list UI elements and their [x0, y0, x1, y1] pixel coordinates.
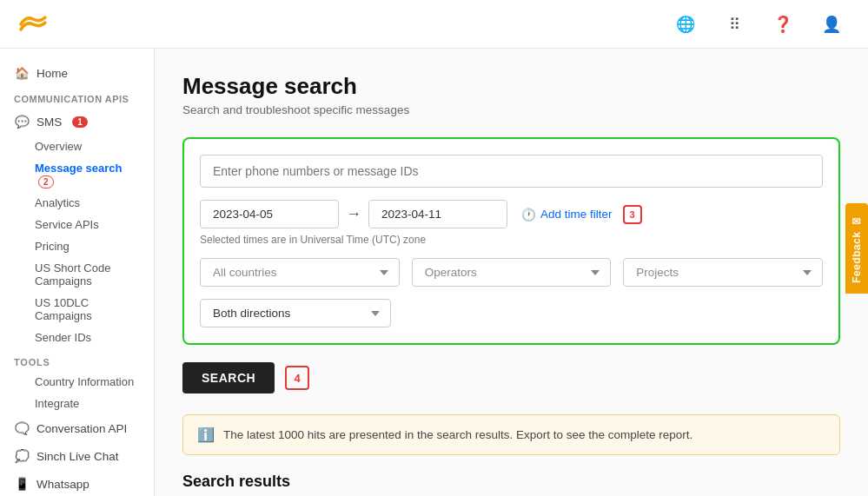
all-countries-select[interactable]: All countries [200, 258, 400, 287]
utc-note: Selected times are in Universal Time (UT… [200, 234, 823, 246]
date-row: → 🕐 Add time filter 3 [200, 200, 823, 228]
direction-select[interactable]: Both directions Inbound Outbound [200, 299, 391, 327]
search-input[interactable] [200, 155, 823, 188]
logo [14, 12, 162, 36]
info-text: The latest 1000 hits are presented in th… [223, 428, 692, 441]
profile-button[interactable]: 👤 [816, 9, 847, 40]
service-apis-label: Service APIs [35, 218, 99, 231]
search-button[interactable]: SEARCH [182, 362, 275, 393]
sidebar: 🏠 Home Communication APIs 💬 SMS 1 Overvi… [0, 49, 155, 496]
search-btn-row: SEARCH 4 [182, 362, 840, 393]
home-icon: 🏠 [14, 65, 30, 81]
message-search-label: Message search [35, 162, 122, 175]
projects-select[interactable]: Projects [623, 258, 823, 287]
topbar-icons: 🌐 ⠿ ❓ 👤 [670, 9, 847, 40]
feedback-tab[interactable]: Feedback ✉ [845, 203, 868, 294]
pricing-label: Pricing [35, 240, 70, 253]
page-subtitle: Search and troubleshoot specific message… [182, 103, 840, 116]
sidebar-item-pricing[interactable]: Pricing [0, 235, 154, 257]
sender-ids-label: Sender IDs [35, 331, 91, 344]
sidebar-item-overview[interactable]: Overview [0, 136, 154, 157]
sidebar-item-integrate[interactable]: Integrate [0, 393, 154, 414]
live-chat-icon: 💭 [14, 448, 30, 464]
sidebar-item-country-info[interactable]: Country Information [0, 371, 154, 393]
feedback-envelope-icon: ✉ [851, 214, 863, 227]
main-content: Message search Search and troubleshoot s… [155, 49, 868, 496]
date-from-input[interactable] [200, 200, 339, 228]
whatsapp-icon: 📱 [14, 476, 30, 492]
us-10dlc-label: US 10DLC Campaigns [35, 296, 92, 322]
whatsapp-label: Whatsapp [36, 478, 89, 491]
sidebar-item-message-search[interactable]: Message search 2 [0, 157, 154, 192]
results-title: Search results [182, 473, 840, 491]
overview-label: Overview [35, 140, 82, 153]
clock-icon: 🕐 [521, 208, 536, 222]
help-button[interactable]: ❓ [767, 9, 798, 40]
add-time-label: Add time filter [540, 208, 613, 221]
conversation-api-label: Conversation API [36, 422, 127, 435]
topbar: 🌐 ⠿ ❓ 👤 [0, 0, 868, 49]
sidebar-item-analytics[interactable]: Analytics [0, 192, 154, 214]
sidebar-item-sms[interactable]: 💬 SMS 1 [0, 108, 154, 136]
step4-badge: 4 [285, 366, 309, 390]
sinch-logo-icon [14, 12, 52, 36]
conversation-icon: 🗨️ [14, 420, 30, 436]
integrate-label: Integrate [35, 397, 79, 410]
grid-button[interactable]: ⠿ [719, 9, 750, 40]
feedback-label: Feedback [851, 231, 863, 282]
sidebar-item-us-10dlc[interactable]: US 10DLC Campaigns [0, 292, 154, 327]
filter-row: All countries Operators Projects [200, 258, 823, 287]
info-icon: ℹ️ [197, 427, 215, 443]
globe-button[interactable]: 🌐 [670, 9, 701, 40]
country-info-label: Country Information [35, 375, 134, 388]
us-short-code-label: US Short Code Campaigns [35, 261, 110, 288]
search-box: → 🕐 Add time filter 3 Selected times are… [182, 137, 840, 345]
analytics-label: Analytics [35, 196, 80, 209]
sidebar-item-whatsapp[interactable]: 📱 Whatsapp [0, 470, 154, 496]
sms-badge: 1 [72, 116, 88, 128]
operators-select[interactable]: Operators [412, 258, 612, 287]
sidebar-item-service-apis[interactable]: Service APIs [0, 214, 154, 235]
date-to-input[interactable] [368, 200, 507, 228]
sidebar-item-sender-ids[interactable]: Sender IDs [0, 327, 154, 348]
arrow-icon: → [346, 205, 361, 223]
step3-badge: 3 [623, 205, 642, 224]
page-title: Message search [182, 73, 840, 100]
message-search-badge: 2 [38, 175, 54, 188]
sms-icon: 💬 [14, 114, 30, 129]
tools-label: TOOLS [0, 348, 154, 371]
sidebar-item-sinch-live-chat[interactable]: 💭 Sinch Live Chat [0, 442, 154, 470]
comm-apis-label: Communication APIs [0, 87, 154, 108]
sidebar-item-us-short-code[interactable]: US Short Code Campaigns [0, 257, 154, 292]
add-time-filter-button[interactable]: 🕐 Add time filter [521, 208, 613, 222]
sidebar-item-conversation-api[interactable]: 🗨️ Conversation API [0, 414, 154, 442]
sidebar-home-label: Home [36, 67, 68, 80]
sidebar-item-home[interactable]: 🏠 Home [0, 59, 154, 87]
info-banner: ℹ️ The latest 1000 hits are presented in… [182, 414, 840, 455]
sinch-live-chat-label: Sinch Live Chat [36, 450, 119, 463]
sidebar-sms-label: SMS [36, 116, 62, 129]
